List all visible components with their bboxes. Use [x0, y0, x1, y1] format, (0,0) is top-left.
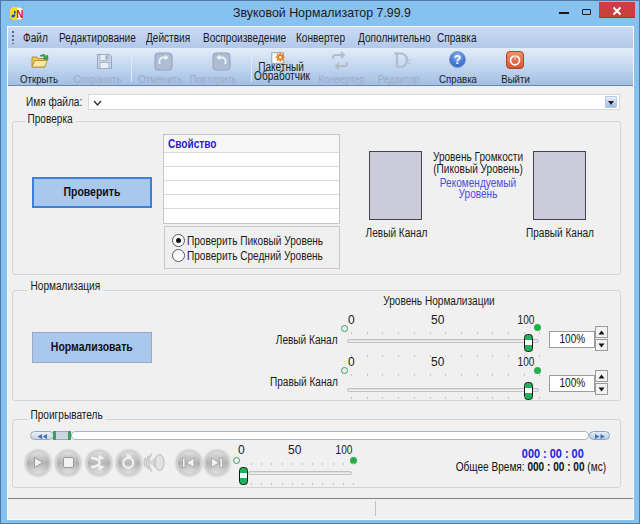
svg-text:?: ? — [454, 53, 461, 67]
svg-text:2: 2 — [408, 58, 412, 65]
